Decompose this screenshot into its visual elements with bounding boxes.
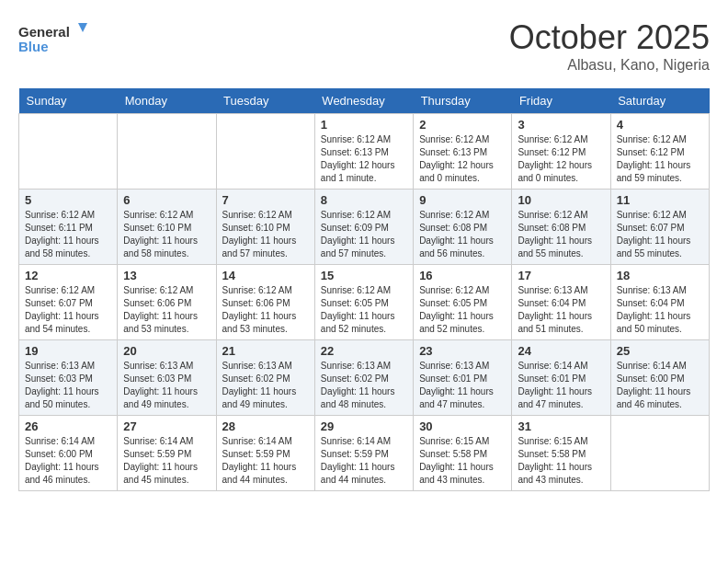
- table-row: 6Sunrise: 6:12 AM Sunset: 6:10 PM Daylig…: [118, 190, 216, 265]
- table-row: 7Sunrise: 6:12 AM Sunset: 6:10 PM Daylig…: [216, 190, 314, 265]
- table-row: 9Sunrise: 6:12 AM Sunset: 6:08 PM Daylig…: [414, 190, 512, 265]
- col-saturday: Saturday: [610, 88, 709, 114]
- table-row: 15Sunrise: 6:12 AM Sunset: 6:05 PM Dayli…: [314, 265, 413, 340]
- day-info: Sunrise: 6:12 AM Sunset: 6:12 PM Dayligh…: [518, 133, 604, 185]
- day-info: Sunrise: 6:12 AM Sunset: 6:06 PM Dayligh…: [123, 284, 210, 336]
- table-row: [610, 416, 709, 491]
- day-number: 9: [419, 193, 506, 207]
- table-row: 31Sunrise: 6:15 AM Sunset: 5:58 PM Dayli…: [512, 416, 610, 491]
- col-tuesday: Tuesday: [216, 88, 314, 114]
- day-info: Sunrise: 6:13 AM Sunset: 6:04 PM Dayligh…: [518, 284, 604, 336]
- day-info: Sunrise: 6:12 AM Sunset: 6:11 PM Dayligh…: [25, 209, 111, 260]
- table-row: 25Sunrise: 6:14 AM Sunset: 6:00 PM Dayli…: [610, 340, 709, 416]
- day-info: Sunrise: 6:12 AM Sunset: 6:10 PM Dayligh…: [222, 209, 309, 260]
- day-number: 11: [617, 193, 703, 207]
- table-row: 20Sunrise: 6:13 AM Sunset: 6:03 PM Dayli…: [118, 340, 216, 416]
- day-info: Sunrise: 6:15 AM Sunset: 5:58 PM Dayligh…: [518, 435, 604, 487]
- day-info: Sunrise: 6:12 AM Sunset: 6:08 PM Dayligh…: [518, 209, 604, 260]
- table-row: 23Sunrise: 6:13 AM Sunset: 6:01 PM Dayli…: [414, 340, 512, 416]
- day-number: 30: [419, 419, 506, 433]
- table-row: 29Sunrise: 6:14 AM Sunset: 5:59 PM Dayli…: [314, 416, 413, 491]
- day-info: Sunrise: 6:13 AM Sunset: 6:02 PM Dayligh…: [321, 360, 407, 411]
- day-number: 15: [321, 269, 407, 282]
- table-row: 30Sunrise: 6:15 AM Sunset: 5:58 PM Dayli…: [414, 416, 512, 491]
- day-number: 4: [617, 118, 703, 132]
- logo: General Blue: [18, 18, 92, 60]
- table-row: 22Sunrise: 6:13 AM Sunset: 6:02 PM Dayli…: [314, 340, 413, 416]
- day-info: Sunrise: 6:12 AM Sunset: 6:07 PM Dayligh…: [617, 209, 703, 260]
- day-number: 18: [617, 269, 703, 282]
- day-number: 8: [321, 193, 407, 207]
- calendar-header-row: Sunday Monday Tuesday Wednesday Thursday…: [19, 88, 710, 114]
- day-info: Sunrise: 6:13 AM Sunset: 6:02 PM Dayligh…: [222, 360, 309, 411]
- table-row: 11Sunrise: 6:12 AM Sunset: 6:07 PM Dayli…: [610, 190, 709, 265]
- day-info: Sunrise: 6:14 AM Sunset: 6:00 PM Dayligh…: [617, 360, 703, 411]
- day-number: 2: [419, 118, 506, 132]
- day-info: Sunrise: 6:12 AM Sunset: 6:07 PM Dayligh…: [25, 284, 111, 336]
- day-info: Sunrise: 6:13 AM Sunset: 6:03 PM Dayligh…: [25, 360, 111, 411]
- day-number: 3: [518, 118, 604, 132]
- table-row: 19Sunrise: 6:13 AM Sunset: 6:03 PM Dayli…: [19, 340, 118, 416]
- table-row: 13Sunrise: 6:12 AM Sunset: 6:06 PM Dayli…: [118, 265, 216, 340]
- day-number: 7: [222, 193, 309, 207]
- col-sunday: Sunday: [19, 88, 118, 114]
- calendar-week-row: 19Sunrise: 6:13 AM Sunset: 6:03 PM Dayli…: [19, 340, 710, 416]
- day-info: Sunrise: 6:15 AM Sunset: 5:58 PM Dayligh…: [419, 435, 506, 487]
- table-row: 14Sunrise: 6:12 AM Sunset: 6:06 PM Dayli…: [216, 265, 314, 340]
- col-monday: Monday: [118, 88, 216, 114]
- page-header: General Blue October 2025 Albasu, Kano, …: [18, 18, 710, 74]
- day-number: 1: [321, 118, 407, 132]
- month-title: October 2025: [509, 18, 710, 57]
- day-number: 26: [25, 419, 111, 433]
- day-number: 22: [321, 344, 407, 358]
- day-number: 12: [25, 269, 111, 282]
- day-info: Sunrise: 6:12 AM Sunset: 6:10 PM Dayligh…: [123, 209, 210, 260]
- day-info: Sunrise: 6:12 AM Sunset: 6:05 PM Dayligh…: [321, 284, 407, 336]
- day-number: 20: [123, 344, 210, 358]
- calendar-week-row: 1Sunrise: 6:12 AM Sunset: 6:13 PM Daylig…: [19, 114, 710, 190]
- table-row: 17Sunrise: 6:13 AM Sunset: 6:04 PM Dayli…: [512, 265, 610, 340]
- table-row: 21Sunrise: 6:13 AM Sunset: 6:02 PM Dayli…: [216, 340, 314, 416]
- calendar-week-row: 12Sunrise: 6:12 AM Sunset: 6:07 PM Dayli…: [19, 265, 710, 340]
- day-info: Sunrise: 6:12 AM Sunset: 6:09 PM Dayligh…: [321, 209, 407, 260]
- day-number: 23: [419, 344, 506, 358]
- svg-text:General: General: [18, 24, 70, 40]
- day-number: 16: [419, 269, 506, 282]
- day-number: 24: [518, 344, 604, 358]
- day-number: 27: [123, 419, 210, 433]
- day-info: Sunrise: 6:12 AM Sunset: 6:13 PM Dayligh…: [321, 133, 407, 185]
- table-row: [19, 114, 118, 190]
- location: Albasu, Kano, Nigeria: [509, 57, 710, 74]
- col-thursday: Thursday: [414, 88, 512, 114]
- svg-marker-2: [78, 23, 87, 32]
- day-number: 5: [25, 193, 111, 207]
- table-row: 8Sunrise: 6:12 AM Sunset: 6:09 PM Daylig…: [314, 190, 413, 265]
- day-info: Sunrise: 6:13 AM Sunset: 6:04 PM Dayligh…: [617, 284, 703, 336]
- logo-svg: General Blue: [18, 18, 92, 60]
- col-friday: Friday: [512, 88, 610, 114]
- day-info: Sunrise: 6:13 AM Sunset: 6:01 PM Dayligh…: [419, 360, 506, 411]
- day-info: Sunrise: 6:14 AM Sunset: 6:01 PM Dayligh…: [518, 360, 604, 411]
- day-info: Sunrise: 6:12 AM Sunset: 6:06 PM Dayligh…: [222, 284, 309, 336]
- table-row: [118, 114, 216, 190]
- calendar-week-row: 26Sunrise: 6:14 AM Sunset: 6:00 PM Dayli…: [19, 416, 710, 491]
- day-info: Sunrise: 6:12 AM Sunset: 6:05 PM Dayligh…: [419, 284, 506, 336]
- day-info: Sunrise: 6:12 AM Sunset: 6:12 PM Dayligh…: [617, 133, 703, 185]
- day-info: Sunrise: 6:14 AM Sunset: 5:59 PM Dayligh…: [321, 435, 407, 487]
- day-info: Sunrise: 6:12 AM Sunset: 6:13 PM Dayligh…: [419, 133, 506, 185]
- col-wednesday: Wednesday: [314, 88, 413, 114]
- table-row: 26Sunrise: 6:14 AM Sunset: 6:00 PM Dayli…: [19, 416, 118, 491]
- day-number: 31: [518, 419, 604, 433]
- day-info: Sunrise: 6:14 AM Sunset: 5:59 PM Dayligh…: [123, 435, 210, 487]
- day-info: Sunrise: 6:12 AM Sunset: 6:08 PM Dayligh…: [419, 209, 506, 260]
- calendar-week-row: 5Sunrise: 6:12 AM Sunset: 6:11 PM Daylig…: [19, 190, 710, 265]
- day-info: Sunrise: 6:13 AM Sunset: 6:03 PM Dayligh…: [123, 360, 210, 411]
- table-row: [216, 114, 314, 190]
- table-row: 12Sunrise: 6:12 AM Sunset: 6:07 PM Dayli…: [19, 265, 118, 340]
- day-number: 25: [617, 344, 703, 358]
- table-row: 3Sunrise: 6:12 AM Sunset: 6:12 PM Daylig…: [512, 114, 610, 190]
- table-row: 1Sunrise: 6:12 AM Sunset: 6:13 PM Daylig…: [314, 114, 413, 190]
- table-row: 16Sunrise: 6:12 AM Sunset: 6:05 PM Dayli…: [414, 265, 512, 340]
- day-number: 6: [123, 193, 210, 207]
- table-row: 24Sunrise: 6:14 AM Sunset: 6:01 PM Dayli…: [512, 340, 610, 416]
